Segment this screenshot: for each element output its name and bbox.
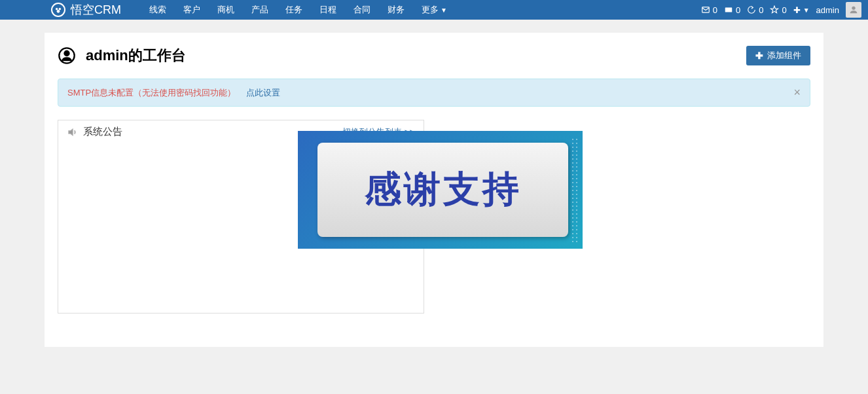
nav-item-leads[interactable]: 线索 — [141, 4, 175, 16]
svg-point-0 — [56, 8, 58, 10]
star-icon — [770, 5, 779, 14]
page-title: admin的工作台 — [86, 46, 186, 65]
add-menu[interactable]: ✚ ▼ — [793, 5, 810, 15]
user-avatar-icon — [848, 5, 859, 15]
widget-title: 系统公告 — [83, 126, 122, 138]
avatar[interactable] — [846, 2, 861, 18]
user-circle-icon — [58, 46, 76, 65]
nav-menu: 线索 客户 商机 产品 任务 日程 合同 财务 更多▼ — [141, 4, 456, 16]
thank-you-modal: 感谢支持 — [298, 131, 583, 249]
header-left: admin的工作台 — [58, 46, 186, 65]
nav-item-tasks[interactable]: 任务 — [277, 4, 311, 16]
plus-icon: ✚ — [793, 5, 801, 15]
nav-right: 0 0 0 0 ✚ ▼ admin — [701, 2, 861, 18]
nav-item-products[interactable]: 产品 — [243, 4, 277, 16]
stat-refresh[interactable]: 0 — [747, 5, 763, 15]
svg-rect-4 — [725, 8, 732, 12]
modal-box: 感谢支持 — [298, 131, 583, 249]
page-header: admin的工作台 ✚ 添加组件 — [58, 46, 810, 65]
brand-name: 悟空CRM — [71, 2, 121, 18]
svg-point-1 — [59, 8, 62, 10]
refresh-icon — [747, 5, 756, 14]
nav-item-contracts[interactable]: 合同 — [345, 4, 379, 16]
svg-point-5 — [852, 7, 855, 10]
monkey-logo-icon — [51, 3, 65, 17]
nav-item-schedule[interactable]: 日程 — [311, 4, 345, 16]
stat-mail[interactable]: 0 — [701, 5, 717, 15]
modal-text: 感谢支持 — [365, 165, 522, 215]
stat-star[interactable]: 0 — [770, 5, 786, 15]
caret-down-icon: ▼ — [803, 7, 810, 14]
svg-point-2 — [57, 10, 60, 13]
username[interactable]: admin — [816, 5, 839, 15]
alert-smtp: SMTP信息未配置（无法使用密码找回功能） 点此设置 × — [58, 79, 810, 107]
nav-item-more[interactable]: 更多▼ — [413, 4, 456, 16]
navbar: 悟空CRM 线索 客户 商机 产品 任务 日程 合同 财务 更多▼ 0 0 0 … — [0, 0, 868, 20]
add-widget-button[interactable]: ✚ 添加组件 — [746, 46, 810, 65]
nav-item-customers[interactable]: 客户 — [175, 4, 209, 16]
caret-down-icon: ▼ — [441, 7, 447, 14]
card-icon — [724, 5, 733, 14]
svg-point-7 — [65, 51, 69, 56]
speaker-icon — [67, 127, 78, 137]
mail-icon — [701, 5, 710, 14]
logo-section[interactable]: 悟空CRM — [51, 2, 121, 18]
nav-item-opportunities[interactable]: 商机 — [209, 4, 243, 16]
alert-text: SMTP信息未配置（无法使用密码找回功能） — [67, 88, 236, 98]
modal-inner: 感谢支持 — [317, 143, 568, 237]
nav-item-finance[interactable]: 财务 — [379, 4, 413, 16]
plus-icon: ✚ — [755, 50, 763, 61]
stat-card[interactable]: 0 — [724, 5, 740, 15]
modal-dots-decoration — [571, 137, 579, 242]
alert-close-button[interactable]: × — [793, 86, 801, 99]
alert-link[interactable]: 点此设置 — [246, 88, 280, 98]
